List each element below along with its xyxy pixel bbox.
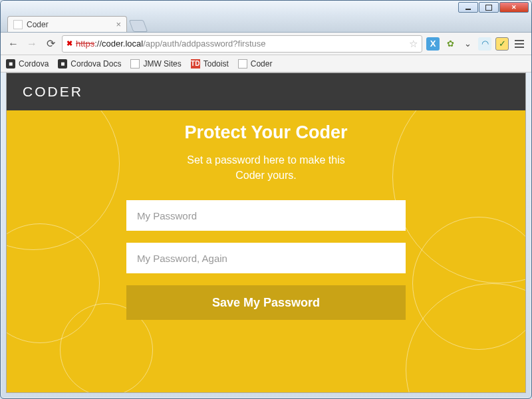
subtitle-line-1: Set a password here to make this <box>187 154 344 166</box>
window-minimize-button[interactable] <box>458 2 478 13</box>
tab-close-button[interactable]: × <box>116 19 121 29</box>
page-icon <box>238 59 247 68</box>
insecure-lock-icon: ✖ <box>66 39 73 48</box>
window-frame: ✕ Coder × ← → ⟳ ✖ https :// coder.local … <box>0 0 532 399</box>
bookmark-label: Todoist <box>203 59 229 68</box>
extension-x-icon[interactable]: X <box>426 37 440 51</box>
app-brand: CODER <box>23 84 83 100</box>
new-tab-button[interactable] <box>129 20 148 32</box>
reload-button[interactable]: ⟳ <box>43 37 58 51</box>
bookmarks-bar: ■ Cordova ■ Cordova Docs JMW Sites TD To… <box>1 55 531 72</box>
bookmark-cordova-docs[interactable]: ■ Cordova Docs <box>58 59 121 68</box>
bookmark-label: JMW Sites <box>143 59 181 68</box>
extension-pocket-icon[interactable]: ⌄ <box>461 37 474 51</box>
bookmark-star-icon[interactable]: ☆ <box>409 38 418 50</box>
window-maximize-button[interactable] <box>479 2 499 13</box>
cordova-icon: ■ <box>58 59 67 68</box>
address-bar[interactable]: ✖ https :// coder.local /app/auth/addpas… <box>62 35 422 53</box>
page-title: Protect Your Coder <box>184 122 347 143</box>
browser-toolbar: ← → ⟳ ✖ https :// coder.local /app/auth/… <box>1 33 531 55</box>
url-scheme: https <box>76 39 94 49</box>
save-password-button[interactable]: Save My Password <box>126 285 406 320</box>
todoist-icon: TD <box>191 59 200 68</box>
forward-button[interactable]: → <box>25 37 39 51</box>
bookmark-todoist[interactable]: TD Todoist <box>191 59 229 68</box>
extension-wave-icon[interactable]: ◠ <box>478 37 491 51</box>
page-viewport: CODER Protect Your Coder Set a password … <box>6 72 526 393</box>
extension-leaf-icon[interactable]: ✿ <box>444 37 457 51</box>
url-path: /app/auth/addpassword?firstuse <box>143 39 265 49</box>
tab-favicon-icon <box>13 20 23 29</box>
bookmark-coder[interactable]: Coder <box>238 59 273 68</box>
window-close-button[interactable]: ✕ <box>499 2 529 13</box>
bookmark-label: Cordova Docs <box>70 59 121 68</box>
app-header: CODER <box>7 73 525 110</box>
cordova-icon: ■ <box>6 59 15 68</box>
bookmark-jmw-sites[interactable]: JMW Sites <box>130 59 181 68</box>
tab-strip: Coder × <box>1 14 531 33</box>
url-sep: :// <box>94 39 102 49</box>
bookmark-cordova[interactable]: ■ Cordova <box>6 59 49 68</box>
tab-title: Coder <box>27 20 49 29</box>
back-button[interactable]: ← <box>6 37 21 51</box>
page-subtitle: Set a password here to make this Coder y… <box>187 152 344 183</box>
page-icon <box>130 59 140 68</box>
window-titlebar: ✕ <box>1 1 531 14</box>
extension-check-icon[interactable]: ✓ <box>495 37 509 51</box>
bookmark-label: Coder <box>251 59 273 68</box>
url-host: coder.local <box>102 39 143 49</box>
password-setup-panel: Protect Your Coder Set a password here t… <box>7 110 525 320</box>
password-confirm-input[interactable] <box>126 243 406 273</box>
browser-tab[interactable]: Coder × <box>7 16 127 32</box>
password-input[interactable] <box>126 200 406 231</box>
app-body: Protect Your Coder Set a password here t… <box>7 110 525 392</box>
browser-menu-button[interactable] <box>513 37 526 51</box>
subtitle-line-2: Coder yours. <box>235 170 297 181</box>
bookmark-label: Cordova <box>19 59 49 68</box>
